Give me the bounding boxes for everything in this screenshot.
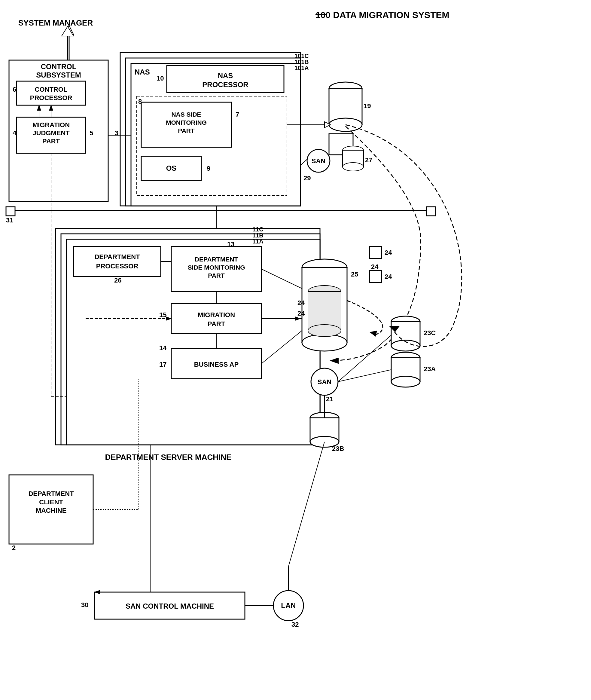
svg-rect-37 <box>141 156 201 180</box>
svg-rect-32 <box>141 102 232 147</box>
svg-point-88 <box>311 368 338 395</box>
svg-text:30: 30 <box>81 601 88 609</box>
svg-text:CLIENT: CLIENT <box>39 498 63 506</box>
svg-text:6: 6 <box>13 86 16 93</box>
svg-text:SUBSYSTEM: SUBSYSTEM <box>36 71 81 79</box>
svg-text:24: 24 <box>385 273 392 280</box>
svg-marker-4 <box>65 25 74 35</box>
svg-text:25: 25 <box>351 270 358 278</box>
svg-line-132 <box>261 331 302 364</box>
svg-rect-98 <box>391 358 420 382</box>
svg-marker-139 <box>389 326 400 332</box>
svg-point-81 <box>302 259 347 276</box>
svg-text:23C: 23C <box>423 329 436 337</box>
svg-text:17: 17 <box>159 361 167 368</box>
svg-text:SYSTEM MANAGER: SYSTEM MANAGER <box>18 18 93 27</box>
svg-point-42 <box>329 118 362 131</box>
svg-text:JUDGMENT: JUDGMENT <box>32 129 70 137</box>
svg-text:24: 24 <box>298 310 305 317</box>
svg-text:PART: PART <box>42 137 60 145</box>
svg-line-133 <box>338 335 391 382</box>
svg-text:23A: 23A <box>423 365 436 373</box>
svg-rect-8 <box>16 81 86 105</box>
svg-rect-109 <box>9 475 93 544</box>
svg-text:24: 24 <box>298 299 305 307</box>
svg-text:BUSINESS AP: BUSINESS AP <box>194 361 239 368</box>
svg-text:5: 5 <box>89 129 93 137</box>
svg-rect-82 <box>302 267 347 343</box>
svg-rect-57 <box>56 229 320 445</box>
svg-rect-21 <box>131 63 301 206</box>
svg-point-117 <box>273 591 304 621</box>
svg-text:PROCESSOR: PROCESSOR <box>30 94 72 102</box>
svg-text:MACHINE: MACHINE <box>36 507 67 514</box>
svg-text:CONTROL: CONTROL <box>35 86 68 93</box>
svg-marker-144 <box>62 26 74 36</box>
svg-point-93 <box>391 316 420 327</box>
svg-rect-64 <box>74 247 161 276</box>
svg-rect-86 <box>308 292 341 331</box>
svg-point-103 <box>310 436 339 447</box>
svg-text:SIDE MONITORING: SIDE MONITORING <box>188 264 245 271</box>
svg-rect-54 <box>6 207 15 216</box>
svg-text:NAS SIDE: NAS SIDE <box>171 111 201 118</box>
svg-rect-5 <box>9 60 108 201</box>
diagram-svg: 100 DATA MIGRATION SYSTEM SYSTEM MANAGER… <box>0 0 591 700</box>
svg-marker-156 <box>325 122 330 128</box>
svg-line-134 <box>338 370 391 382</box>
svg-text:MIGRATION: MIGRATION <box>32 121 70 129</box>
svg-point-83 <box>302 334 347 351</box>
svg-text:MONITORING: MONITORING <box>166 119 207 126</box>
svg-rect-94 <box>391 322 420 345</box>
svg-text:19: 19 <box>364 102 371 110</box>
svg-text:11C: 11C <box>252 226 263 233</box>
svg-text:MIGRATION: MIGRATION <box>198 311 235 319</box>
svg-line-157 <box>301 159 307 165</box>
svg-point-50 <box>342 163 364 171</box>
svg-text:24: 24 <box>371 263 379 270</box>
svg-rect-77 <box>171 348 261 379</box>
svg-text:24: 24 <box>385 249 392 256</box>
svg-point-99 <box>391 376 420 387</box>
svg-text:21: 21 <box>326 395 333 403</box>
svg-text:23B: 23B <box>332 445 344 452</box>
svg-text:29: 29 <box>304 174 311 182</box>
svg-rect-19 <box>120 53 301 206</box>
svg-rect-58 <box>61 234 320 445</box>
svg-text:10: 10 <box>156 74 164 82</box>
svg-rect-44 <box>329 134 353 155</box>
svg-text:PART: PART <box>178 127 195 134</box>
svg-text:2: 2 <box>12 544 16 552</box>
svg-text:PROCESSOR: PROCESSOR <box>202 80 248 89</box>
svg-rect-26 <box>167 66 284 92</box>
svg-text:SAN CONTROL MACHINE: SAN CONTROL MACHINE <box>126 602 214 610</box>
svg-text:11A: 11A <box>252 238 263 245</box>
svg-text:PART: PART <box>208 320 225 328</box>
svg-text:27: 27 <box>365 156 372 164</box>
svg-point-48 <box>342 146 364 154</box>
svg-rect-59 <box>66 239 320 445</box>
svg-rect-73 <box>171 304 261 334</box>
svg-text:32: 32 <box>291 621 299 628</box>
svg-rect-68 <box>171 247 261 292</box>
svg-text:101A: 101A <box>294 65 309 71</box>
svg-text:14: 14 <box>159 344 167 352</box>
svg-text:SAN: SAN <box>312 157 325 165</box>
svg-rect-114 <box>94 592 245 619</box>
svg-point-45 <box>307 149 330 172</box>
svg-text:26: 26 <box>114 276 121 284</box>
svg-text:4: 4 <box>13 129 16 137</box>
svg-line-138 <box>288 442 325 567</box>
svg-rect-105 <box>370 247 382 258</box>
svg-point-40 <box>329 82 362 95</box>
svg-text:7: 7 <box>236 111 239 118</box>
svg-point-87 <box>308 325 341 337</box>
svg-rect-20 <box>126 58 301 206</box>
svg-text:SAN: SAN <box>318 378 331 386</box>
svg-text:DEPARTMENT: DEPARTMENT <box>195 256 238 263</box>
svg-text:DEPARTMENT SERVER MACHINE: DEPARTMENT SERVER MACHINE <box>105 453 232 462</box>
svg-rect-41 <box>329 89 362 125</box>
svg-text:DEPARTMENT: DEPARTMENT <box>28 490 74 497</box>
svg-marker-140 <box>370 331 377 337</box>
svg-rect-107 <box>370 270 382 282</box>
